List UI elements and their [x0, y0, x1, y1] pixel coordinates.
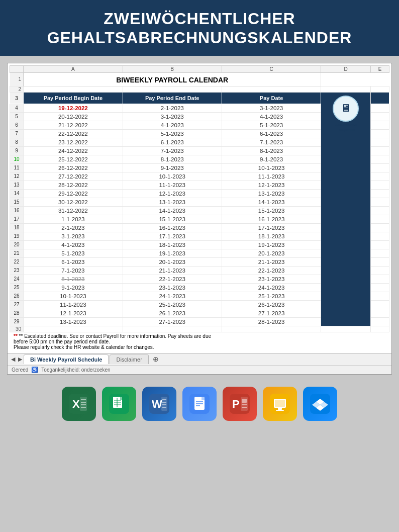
title-row: 1 BIWEEKLY PAYROLL CALENDAR — [10, 72, 389, 86]
end-date-cell: 2-1-2023 — [123, 104, 222, 112]
begin-date-cell: 7-1-2023 — [24, 266, 123, 275]
begin-date-cell: 26-12-2022 — [24, 163, 123, 172]
begin-date-cell: 21-12-2022 — [24, 121, 123, 129]
pay-date-cell: 26-1-2023 — [222, 300, 321, 309]
end-date-cell: 23-1-2023 — [123, 283, 222, 292]
col-header-begin: Pay Period Begin Date — [24, 92, 123, 104]
end-date-cell: 10-1-2023 — [123, 172, 222, 181]
pay-date-cell: 17-1-2023 — [222, 223, 321, 232]
end-date-cell: 26-1-2023 — [123, 309, 222, 317]
end-date-cell: 18-1-2023 — [123, 240, 222, 249]
begin-date-cell: 25-12-2022 — [24, 155, 123, 163]
svg-rect-16 — [161, 397, 167, 411]
spreadsheet-title: BIWEEKLY PAYROLL CALENDAR — [24, 72, 321, 86]
svg-text:P: P — [232, 398, 240, 410]
begin-date-cell: 8-1-2023 — [24, 275, 123, 283]
col-header-end: Pay Period End Date — [123, 92, 222, 104]
svg-text:X: X — [72, 398, 80, 410]
app-icons-bar: X W — [0, 380, 399, 426]
begin-date-cell: 13-1-2023 — [24, 317, 123, 326]
tab-disclaimer[interactable]: Disclaimer — [110, 354, 148, 364]
end-date-cell: 5-1-2023 — [123, 129, 222, 138]
begin-date-cell: 11-1-2023 — [24, 300, 123, 309]
pay-date-cell: 12-1-2023 — [222, 181, 321, 189]
pay-date-cell: 7-1-2023 — [222, 138, 321, 146]
excel-icon[interactable]: X — [62, 387, 96, 421]
svg-rect-30 — [242, 399, 247, 403]
status-label: Gereed — [12, 367, 28, 373]
dropbox-icon[interactable] — [303, 387, 337, 421]
pay-date-cell: 16-1-2023 — [222, 215, 321, 223]
end-date-cell: 24-1-2023 — [123, 292, 222, 300]
begin-date-cell: 22-12-2022 — [24, 129, 123, 138]
pay-date-cell: 9-1-2023 — [222, 155, 321, 163]
note-3: Please regularly check the HR website & … — [14, 344, 385, 350]
pay-date-cell: 13-1-2023 — [222, 189, 321, 198]
end-date-cell: 11-1-2023 — [123, 181, 222, 189]
pay-date-cell: 4-1-2023 — [222, 112, 321, 121]
pay-date-cell: 25-1-2023 — [222, 292, 321, 300]
end-date-cell: 27-1-2023 — [123, 317, 222, 326]
pay-date-cell: 28-1-2023 — [222, 317, 321, 326]
table-header-row: 3 Pay Period Begin Date Pay Period End D… — [10, 92, 389, 104]
ppt-icon[interactable]: P — [223, 387, 257, 421]
end-date-cell: 6-1-2023 — [123, 138, 222, 146]
end-date-cell: 22-1-2023 — [123, 275, 222, 283]
tab-arrow-right[interactable]: ▶ — [17, 356, 24, 363]
svg-rect-36 — [278, 408, 282, 410]
slides-icon[interactable] — [263, 387, 297, 421]
tab-arrow-left[interactable]: ◀ — [10, 356, 17, 363]
end-date-cell: 8-1-2023 — [123, 155, 222, 163]
end-date-cell: 19-1-2023 — [123, 249, 222, 257]
begin-date-cell: 2-1-2023 — [24, 223, 123, 232]
begin-date-cell: 20-12-2022 — [24, 112, 123, 121]
begin-date-cell: 31-12-2022 — [24, 206, 123, 215]
pay-date-cell: 5-1-2023 — [222, 121, 321, 129]
begin-date-cell: 12-1-2023 — [24, 309, 123, 317]
accessibility-icon: ♿ — [31, 367, 38, 373]
end-date-cell: 3-1-2023 — [123, 112, 222, 121]
end-date-cell: 14-1-2023 — [123, 206, 222, 215]
begin-date-cell: 3-1-2023 — [24, 232, 123, 240]
pay-date-cell: 6-1-2023 — [222, 129, 321, 138]
status-bar: Gereed ♿ Toegankelijkheid: onderzoeken — [8, 365, 391, 374]
end-date-cell: 9-1-2023 — [123, 163, 222, 172]
empty-row-30: 30 — [10, 326, 389, 332]
end-date-cell: 13-1-2023 — [123, 198, 222, 206]
main-title: ZWEIWÖCHENTLICHER GEHALTSABRECHNUNGSKALE… — [10, 9, 389, 48]
sheet-table: A B C D E 1 BIWEEKLY PAYROLL CALENDAR 2 — [10, 65, 389, 332]
svg-rect-2 — [80, 397, 87, 411]
begin-date-cell: 30-12-2022 — [24, 198, 123, 206]
end-date-cell: 7-1-2023 — [123, 146, 222, 155]
word-icon[interactable]: W — [142, 387, 176, 421]
begin-date-cell: 24-12-2022 — [24, 146, 123, 155]
col-header-row: A B C D E — [10, 65, 389, 72]
spreadsheet: A B C D E 1 BIWEEKLY PAYROLL CALENDAR 2 — [8, 63, 391, 353]
docs-icon[interactable] — [182, 387, 217, 421]
sheet-tabs-bar: ◀ ▶ Bi Weekly Payroll Schedule Disclaime… — [8, 353, 391, 365]
end-date-cell: 4-1-2023 — [123, 121, 222, 129]
note-2: before 5:00 pm on the pay period end dat… — [14, 339, 385, 344]
pay-date-cell: 20-1-2023 — [222, 249, 321, 257]
begin-date-cell: 9-1-2023 — [24, 283, 123, 292]
pay-date-cell: 11-1-2023 — [222, 172, 321, 181]
logo-text: AllBusiness Templates — [322, 123, 369, 133]
pay-date-cell: 21-1-2023 — [222, 257, 321, 266]
monitor-icon: 🖥 — [341, 103, 351, 114]
sheets-icon[interactable] — [102, 387, 136, 421]
col-header-pay: Pay Date — [222, 92, 321, 104]
begin-date-cell: 10-1-2023 — [24, 292, 123, 300]
end-date-cell: 16-1-2023 — [123, 223, 222, 232]
tab-add-button[interactable]: ⊕ — [150, 355, 162, 363]
accessibility-text: Toegankelijkheid: onderzoeken — [41, 367, 110, 373]
svg-rect-35 — [275, 400, 285, 407]
begin-date-cell: 5-1-2023 — [24, 249, 123, 257]
pay-date-cell: 22-1-2023 — [222, 266, 321, 275]
begin-date-cell: 29-12-2022 — [24, 189, 123, 198]
end-date-cell: 15-1-2023 — [123, 215, 222, 223]
notes-section: ** ** Escalated deadline. See or contact… — [10, 332, 389, 351]
tab-biweekly[interactable]: Bi Weekly Payroll Schedule — [24, 354, 109, 364]
note-1: ** ** Escalated deadline. See or contact… — [14, 333, 385, 339]
spreadsheet-container: A B C D E 1 BIWEEKLY PAYROLL CALENDAR 2 — [7, 63, 392, 375]
begin-date-cell: 27-12-2022 — [24, 172, 123, 181]
